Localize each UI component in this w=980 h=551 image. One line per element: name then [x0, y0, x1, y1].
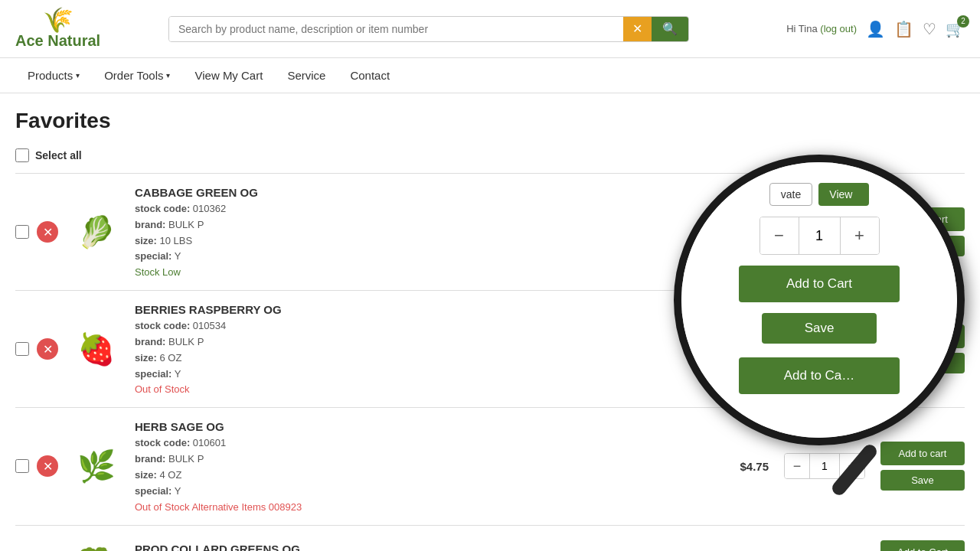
chevron-down-icon: ▾ — [166, 71, 170, 80]
product-status-2: Out of Stock — [135, 383, 715, 395]
nav-item-service[interactable]: Service — [275, 58, 338, 93]
product-checkbox-3[interactable] — [15, 459, 29, 473]
product-checkbox-1[interactable] — [15, 225, 29, 239]
magnifier-qty-decrease[interactable]: − — [760, 217, 799, 254]
nav-item-view-cart[interactable]: View My Cart — [182, 58, 275, 93]
nav-item-products[interactable]: Products ▾ — [15, 58, 92, 93]
product-status-1: Stock Low — [135, 266, 715, 278]
magnifier-save-button[interactable]: Save — [762, 313, 877, 344]
save-button-3[interactable]: Save — [880, 470, 965, 491]
magnifier-qty-increase[interactable]: + — [841, 217, 879, 254]
navigation: Products ▾ Order Tools ▾ View My Cart Se… — [0, 58, 980, 93]
magnifier-qty-controls: − + — [760, 217, 880, 255]
product-info-2: BERRIES RASPBERRY OG stock code: 010534 … — [135, 303, 715, 395]
search-input[interactable] — [169, 17, 623, 41]
magnifier-activate-button[interactable]: vate — [769, 183, 812, 206]
product-checkbox-2[interactable] — [15, 342, 29, 356]
nav-item-order-tools[interactable]: Order Tools ▾ — [92, 58, 182, 93]
remove-button-3[interactable]: ✕ — [37, 455, 58, 477]
product-image-4: 🥦 — [66, 538, 127, 551]
select-all-label[interactable]: Select all — [35, 149, 82, 161]
product-name-4: PROD COLLARD GREENS OG — [135, 543, 715, 551]
product-name-2: BERRIES RASPBERRY OG — [135, 303, 715, 316]
add-to-cart-button-4[interactable]: Add to Cart — [880, 540, 965, 551]
product-name-3: HERB SAGE OG — [135, 420, 715, 433]
remove-button-2[interactable]: ✕ — [37, 338, 58, 360]
add-to-cart-button-3[interactable]: Add to cart — [880, 442, 965, 465]
user-icon[interactable]: 👤 — [866, 20, 885, 38]
favorites-icon[interactable]: ♡ — [923, 20, 936, 38]
header-right: Hi Tina (log out) 👤 📋 ♡ 🛒 2 — [786, 20, 965, 38]
magnifier-qty-input[interactable] — [799, 217, 841, 254]
magnifier-view-button[interactable]: View — [818, 183, 869, 206]
document-icon[interactable]: 📋 — [894, 20, 913, 38]
product-info-1: CABBAGE GREEN OG stock code: 010362 bran… — [135, 186, 715, 278]
product-name-1: CABBAGE GREEN OG — [135, 186, 715, 199]
qty-decrease-3[interactable]: − — [785, 454, 809, 478]
logo-icon: 🌾 — [43, 8, 74, 32]
magnifier-overlay: vate View − + Add to Cart Save Add to Ca… — [674, 155, 965, 445]
product-image-2: 🍓 — [66, 322, 127, 376]
greeting: Hi Tina (log out) — [786, 23, 857, 34]
logout-link[interactable]: (log out) — [820, 23, 857, 34]
main-content: Favorites Select all ✕ 🥬 CABBAGE GREEN O… — [0, 93, 980, 551]
action-buttons-4: Add to Cart Save — [880, 540, 965, 551]
nav-item-contact[interactable]: Contact — [338, 58, 402, 93]
cart-badge: 2 — [957, 15, 969, 28]
magnifier-add-to-cart-button-2[interactable]: Add to Ca… — [739, 357, 900, 394]
search-button[interactable]: 🔍 — [652, 17, 688, 41]
product-info-4: PROD COLLARD GREENS OG stock code: 01011… — [135, 543, 715, 551]
chevron-down-icon: ▾ — [76, 71, 80, 80]
logo: 🌾 Ace Natural — [15, 8, 153, 50]
search-bar: ✕ 🔍 — [168, 16, 689, 42]
product-image-1: 🥬 — [66, 205, 127, 259]
magnifier-add-to-cart-button[interactable]: Add to Cart — [739, 266, 900, 302]
logo-text: Ace Natural — [15, 32, 100, 50]
product-price-3: $4.75 — [723, 460, 769, 473]
product-info-3: HERB SAGE OG stock code: 010601 brand: B… — [135, 420, 715, 512]
select-all-checkbox[interactable] — [15, 148, 29, 162]
search-clear-button[interactable]: ✕ — [623, 17, 652, 41]
page-title: Favorites — [15, 109, 965, 133]
remove-button-1[interactable]: ✕ — [37, 221, 58, 243]
table-row: ✕ 🥦 PROD COLLARD GREENS OG stock code: 0… — [15, 526, 965, 551]
qty-input-3[interactable] — [809, 454, 840, 478]
header: 🌾 Ace Natural ✕ 🔍 Hi Tina (log out) 👤 📋 … — [0, 0, 980, 58]
product-image-3: 🌿 — [66, 439, 127, 493]
cart-icon[interactable]: 🛒 2 — [946, 20, 965, 38]
product-status-3: Out of Stock Alternative Items 008923 — [135, 501, 715, 513]
action-buttons-3: Add to cart Save — [880, 442, 965, 491]
magnifier-top-buttons: vate View — [769, 183, 869, 206]
